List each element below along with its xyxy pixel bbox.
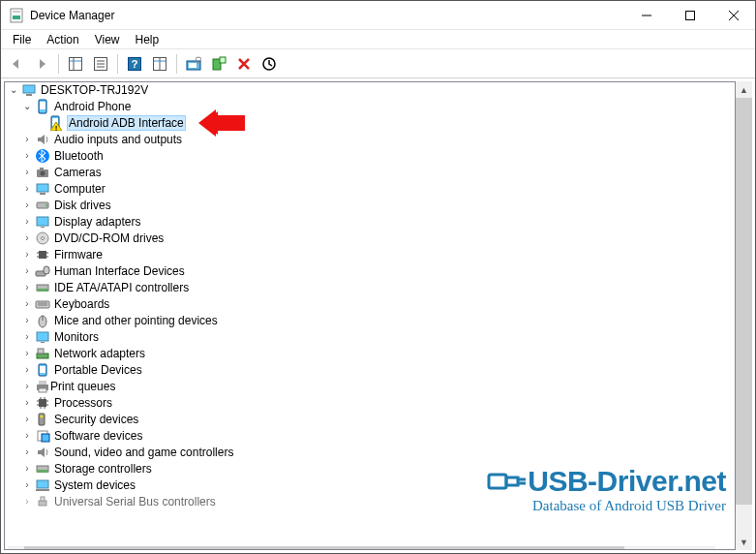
tree-category-disk[interactable]: ›Disk drives [5,197,735,213]
menu-help[interactable]: Help [128,31,167,48]
expand-icon[interactable]: › [20,446,34,459]
tree-category-audio[interactable]: ›Audio inputs and outputs [5,131,735,147]
expand-icon[interactable]: › [20,396,34,410]
expand-icon[interactable]: › [20,182,34,196]
tree-category-monitors[interactable]: ›Monitors [5,328,735,345]
toolbar: ? [1,49,755,78]
tree-category-printq[interactable]: ›Print queues [5,378,735,394]
expand-icon[interactable]: ⌄ [7,83,20,97]
computer-icon [35,181,50,197]
menu-view[interactable]: View [87,31,128,48]
tree-category-cameras[interactable]: ›Cameras [5,164,735,180]
back-button[interactable] [5,52,28,76]
expand-icon[interactable]: › [20,380,34,393]
tree-category-security[interactable]: ›Security devices [5,411,735,427]
menu-action[interactable]: Action [39,31,86,48]
expand-icon[interactable]: › [20,495,34,508]
tree-label: Bluetooth [54,149,104,163]
tree-item-adb-interface[interactable]: ! Android ADB Interface [5,114,735,131]
expand-icon[interactable]: › [20,264,34,278]
tree-label: Human Interface Devices [54,264,185,278]
tree-category-dvd[interactable]: ›DVD/CD-ROM drives [5,230,735,246]
tree-label: Security devices [54,413,138,426]
tree-label: Sound, video and game controllers [54,446,233,459]
minimize-button[interactable] [624,1,668,30]
tree-label: Universal Serial Bus controllers [54,495,216,508]
expand-icon[interactable]: › [20,166,34,179]
scroll-up-button[interactable]: ▲ [736,81,752,98]
expand-icon[interactable]: › [20,199,34,212]
expand-icon[interactable]: › [20,478,34,492]
svg-rect-62 [37,354,48,358]
expand-icon[interactable]: › [20,248,34,262]
expand-icon[interactable]: › [20,413,34,426]
tree-label: Audio inputs and outputs [54,133,182,146]
expand-icon[interactable]: › [20,297,34,311]
tree-category-usb[interactable]: ›Universal Serial Bus controllers [5,493,735,509]
expand-icon[interactable]: › [20,231,34,245]
disable-button[interactable] [257,52,281,76]
svg-rect-67 [39,381,46,385]
tree-category-mice[interactable]: ›Mice and other pointing devices [5,312,735,328]
tree-label: Processors [54,396,112,410]
device-tree[interactable]: ⌄ DESKTOP-TRJ192V ⌄ Android Phone ! Andr… [4,81,736,550]
scrollbar-thumb[interactable] [736,98,752,505]
expand-icon[interactable]: › [20,149,34,163]
tree-category-software[interactable]: ›Software devices [5,427,735,444]
tree-category-network[interactable]: ›Network adapters [5,345,735,361]
show-hide-tree-button[interactable] [64,52,87,76]
horizontal-scrollbar[interactable] [8,546,715,550]
mouse-icon [35,313,50,328]
tree-root[interactable]: ⌄ DESKTOP-TRJ192V [5,81,735,98]
tree-category-keyboards[interactable]: ›Keyboards [5,295,735,312]
tree-category-system[interactable]: ›System devices [5,477,735,493]
tree-category-processors[interactable]: ›Processors [5,394,735,411]
close-button[interactable] [711,1,755,30]
tree-label: DVD/CD-ROM drives [54,231,164,245]
expand-icon[interactable]: › [20,429,34,443]
expand-icon[interactable]: › [20,133,34,146]
vertical-scrollbar[interactable]: ▲ ▼ [736,81,752,550]
svg-rect-39 [40,193,45,195]
tree-category-portable[interactable]: ›Portable Devices [5,361,735,378]
usb-icon [35,494,50,509]
toolbar-separator [176,54,177,74]
tree-category-computer[interactable]: ›Computer [5,180,735,197]
expand-icon[interactable]: › [20,330,34,344]
svg-rect-2 [13,11,20,13]
expand-icon[interactable]: › [20,281,34,294]
tree-category-storage[interactable]: ›Storage controllers [5,460,735,477]
scan-hardware-button[interactable] [182,52,205,76]
scrollbar-thumb[interactable] [24,546,624,550]
menu-file[interactable]: File [5,31,39,48]
expand-icon[interactable]: › [20,314,34,327]
storage-icon [35,461,50,477]
tree-category-bluetooth[interactable]: ›Bluetooth [5,147,735,164]
tree-category-sound[interactable]: ›Sound, video and game controllers [5,444,735,460]
uninstall-button[interactable] [232,52,256,76]
svg-rect-23 [220,57,226,63]
help-button[interactable]: ? [123,52,146,76]
svg-rect-28 [26,94,32,96]
maximize-button[interactable] [668,1,711,30]
update-driver-button[interactable] [207,52,230,76]
properties-button[interactable] [89,52,112,76]
tree-label: System devices [54,478,136,492]
phone-icon [35,99,50,114]
expand-icon[interactable]: › [20,363,34,377]
expand-icon[interactable]: › [20,462,34,476]
toolbar-button[interactable] [148,52,171,76]
monitor-icon [35,329,50,345]
tree-category-ide[interactable]: ›IDE ATA/ATAPI controllers [5,279,735,295]
phone-warning-icon: ! [47,115,63,131]
forward-button[interactable] [30,52,53,76]
tree-category-android-phone[interactable]: ⌄ Android Phone [5,98,735,114]
tree-category-display[interactable]: ›Display adapters [5,213,735,230]
hid-icon [35,263,50,279]
tree-category-hid[interactable]: ›Human Interface Devices [5,262,735,279]
expand-icon[interactable]: › [20,215,34,229]
expand-icon[interactable]: › [20,347,34,360]
scroll-down-button[interactable]: ▼ [736,534,752,550]
tree-category-firmware[interactable]: ›Firmware [5,246,735,262]
expand-icon[interactable]: ⌄ [20,100,34,113]
